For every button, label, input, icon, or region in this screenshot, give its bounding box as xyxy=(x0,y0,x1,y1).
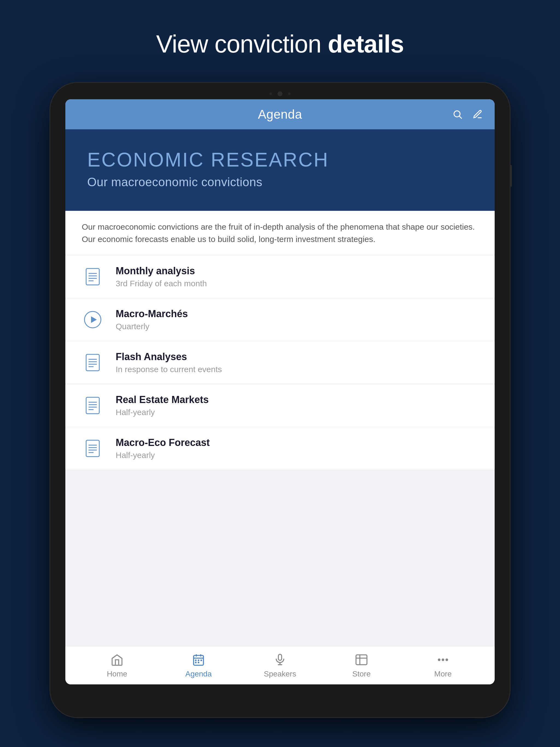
content-area: Our macroeconomic convictions are the fr… xyxy=(65,211,495,646)
svg-point-39 xyxy=(442,659,444,661)
item-text: Flash Analyses In response to current ev… xyxy=(116,351,222,374)
svg-rect-9 xyxy=(86,354,99,371)
tablet-screen: Agenda ECONOMIC RESEARCH O xyxy=(65,99,495,685)
store-icon xyxy=(354,653,368,667)
tab-more-label: More xyxy=(434,670,452,678)
item-subtitle: Half-yearly xyxy=(116,408,209,417)
item-title: Real Estate Markets xyxy=(116,394,209,406)
camera xyxy=(278,91,282,96)
document-icon xyxy=(82,266,104,288)
tab-store[interactable]: Store xyxy=(334,653,389,678)
svg-point-0 xyxy=(454,111,460,117)
item-title: Monthly analysis xyxy=(116,265,207,277)
svg-line-1 xyxy=(459,116,462,119)
document-icon xyxy=(82,352,104,374)
tablet-frame: Agenda ECONOMIC RESEARCH O xyxy=(50,83,510,717)
side-button xyxy=(510,165,512,187)
page-title: View conviction details xyxy=(156,30,404,58)
svg-rect-35 xyxy=(356,655,367,665)
tab-store-label: Store xyxy=(353,670,371,678)
nav-title: Agenda xyxy=(258,107,302,122)
item-subtitle: Half-yearly xyxy=(116,450,210,460)
item-title: Flash Analyses xyxy=(116,351,222,363)
item-subtitle: Quarterly xyxy=(116,322,188,331)
document-icon xyxy=(82,394,104,416)
speakers-icon xyxy=(273,653,287,667)
svg-marker-8 xyxy=(91,316,97,323)
list-container: Monthly analysis 3rd Friday of each mont… xyxy=(65,255,495,646)
tab-home-label: Home xyxy=(107,670,127,678)
item-text: Macro-Marchés Quarterly xyxy=(116,308,188,331)
tab-bar: Home Agenda xyxy=(65,646,495,685)
document-icon xyxy=(82,437,104,459)
list-item[interactable]: Real Estate Markets Half-yearly xyxy=(65,384,495,427)
item-title: Macro-Eco Forecast xyxy=(116,437,210,448)
description-text: Our macroeconomic convictions are the fr… xyxy=(82,221,478,245)
tablet-top-bar xyxy=(50,83,510,99)
tab-more[interactable]: More xyxy=(416,653,470,678)
tab-speakers-label: Speakers xyxy=(264,670,296,678)
search-icon[interactable] xyxy=(452,108,463,120)
list-item[interactable]: Macro-Eco Forecast Half-yearly xyxy=(65,427,495,470)
svg-rect-2 xyxy=(86,268,99,285)
item-subtitle: In response to current events xyxy=(116,365,222,374)
nav-bar: Agenda xyxy=(65,99,495,129)
list-item[interactable]: Macro-Marchés Quarterly xyxy=(65,298,495,341)
more-icon xyxy=(436,653,450,667)
tab-agenda[interactable]: Agenda xyxy=(171,653,226,678)
item-text: Real Estate Markets Half-yearly xyxy=(116,394,209,417)
hero-subtitle: Our macroeconomic convictions xyxy=(87,175,473,189)
tab-agenda-label: Agenda xyxy=(185,670,212,678)
svg-point-38 xyxy=(438,659,440,661)
sensor-right xyxy=(288,93,291,95)
agenda-icon xyxy=(192,653,206,667)
hero-section: ECONOMIC RESEARCH Our macroeconomic conv… xyxy=(65,129,495,211)
item-text: Macro-Eco Forecast Half-yearly xyxy=(116,437,210,460)
svg-rect-14 xyxy=(86,397,99,414)
sensor-left xyxy=(269,93,272,95)
item-title: Macro-Marchés xyxy=(116,308,188,319)
tab-home[interactable]: Home xyxy=(90,653,144,678)
play-icon xyxy=(82,309,104,331)
svg-rect-19 xyxy=(86,440,99,457)
hero-title: ECONOMIC RESEARCH xyxy=(87,149,473,171)
list-item[interactable]: Flash Analyses In response to current ev… xyxy=(65,341,495,384)
item-subtitle: 3rd Friday of each month xyxy=(116,279,207,288)
nav-icons xyxy=(452,108,484,120)
home-icon xyxy=(110,653,124,667)
tab-speakers[interactable]: Speakers xyxy=(253,653,307,678)
item-text: Monthly analysis 3rd Friday of each mont… xyxy=(116,265,207,288)
edit-icon[interactable] xyxy=(472,108,484,120)
description-section: Our macroeconomic convictions are the fr… xyxy=(65,211,495,255)
list-item[interactable]: Monthly analysis 3rd Friday of each mont… xyxy=(65,255,495,298)
svg-point-40 xyxy=(446,659,448,661)
